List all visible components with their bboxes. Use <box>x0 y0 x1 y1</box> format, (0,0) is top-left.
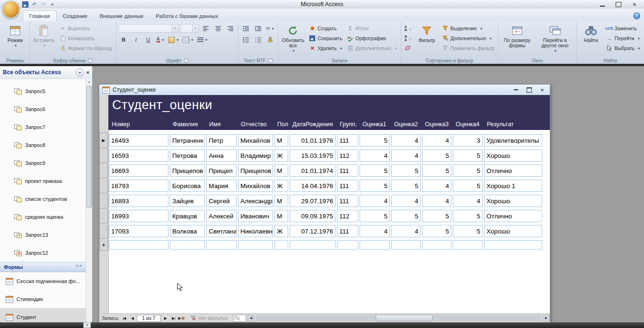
horizontal-scrollbar[interactable] <box>256 315 541 321</box>
record-position[interactable]: 1 из 7 <box>137 315 160 322</box>
save-record-button[interactable]: Сохранить <box>308 34 344 43</box>
table-cell[interactable]: 4 <box>422 134 451 147</box>
table-cell[interactable]: 3 <box>453 134 483 147</box>
bullets-button[interactable] <box>240 35 251 44</box>
form-window-titlebar[interactable]: Студент_оценки ✕ <box>99 85 550 95</box>
sidebar-item-form[interactable]: Сессия подчиненная фо... <box>0 272 86 290</box>
table-cell[interactable]: 5 <box>453 149 483 162</box>
table-cell[interactable]: Мария <box>206 180 237 192</box>
table-cell[interactable]: Петр <box>206 134 237 147</box>
table-cell[interactable]: 5 <box>422 210 451 222</box>
table-cell[interactable]: 5 <box>453 225 483 237</box>
nav-pane-menu-icon[interactable]: ▼ <box>76 69 84 77</box>
cut-button[interactable]: ✂ Вырезать <box>58 24 114 33</box>
next-record-button[interactable]: ▶ <box>162 315 168 321</box>
table-cell[interactable]: Прищеп <box>206 164 237 177</box>
sidebar-item-query[interactable]: Запрос5 <box>0 82 86 100</box>
table-cell[interactable]: 5 <box>422 149 451 162</box>
table-cell[interactable]: Михайлов <box>238 134 273 147</box>
table-cell[interactable]: 09.09.1975 <box>290 210 335 222</box>
column-header[interactable]: Отчество <box>238 121 273 128</box>
table-cell[interactable]: 17093 <box>109 225 168 237</box>
sidebar-item-form[interactable]: Стипендия <box>0 290 86 308</box>
copy-button[interactable]: Копировать <box>58 34 114 43</box>
table-cell[interactable]: 112 <box>337 149 358 162</box>
find-button[interactable]: Найти <box>579 23 603 43</box>
filter-indicator[interactable]: Нет фильтра <box>191 315 228 321</box>
sidebar-item-query[interactable]: Запрос8 <box>0 136 86 154</box>
search-input[interactable]: Пс <box>233 315 246 322</box>
table-cell[interactable]: Ж <box>274 149 288 162</box>
size-to-fit-button[interactable]: По размеру формы <box>500 23 534 49</box>
table-cell[interactable]: Хорошо <box>484 195 542 207</box>
form-close-button[interactable]: ✕ <box>538 86 547 94</box>
table-cell[interactable]: 29.07.1976 <box>290 195 335 207</box>
table-cell[interactable] <box>238 240 273 250</box>
table-cell[interactable]: Волкова <box>170 225 205 237</box>
table-cell[interactable] <box>391 240 421 250</box>
table-cell[interactable]: Удовлетворителы <box>484 134 542 147</box>
table-cell[interactable]: 5 <box>391 180 421 192</box>
table-cell[interactable] <box>290 240 335 250</box>
column-header[interactable]: Оценка4 <box>453 121 483 128</box>
table-cell[interactable]: 16893 <box>109 195 168 207</box>
table-cell[interactable]: 4 <box>453 195 483 207</box>
table-cell[interactable]: 14.04.1976 <box>290 180 335 192</box>
table-cell[interactable]: 4 <box>391 134 421 147</box>
decrease-indent-button[interactable] <box>240 24 251 33</box>
table-cell[interactable]: Отлично <box>484 210 542 222</box>
table-cell[interactable]: М <box>274 164 288 177</box>
table-cell[interactable]: Зайцев <box>170 195 205 207</box>
table-cell[interactable] <box>206 240 237 250</box>
spelling-button[interactable]: ab Орфография <box>345 34 399 43</box>
table-cell[interactable]: 16593 <box>109 149 168 162</box>
table-cell[interactable]: 5 <box>453 180 483 192</box>
column-header[interactable]: Оценка3 <box>423 121 452 128</box>
table-cell[interactable]: 5 <box>391 164 421 177</box>
previous-record-button[interactable]: ◀ <box>129 315 135 321</box>
totals-button[interactable]: Σ Итоги <box>345 24 399 33</box>
font-size-combo[interactable]: ▼ <box>180 24 199 33</box>
qat-customize-icon[interactable]: ▼ <box>49 1 56 8</box>
table-cell[interactable]: 111 <box>337 225 358 237</box>
table-cell[interactable] <box>422 240 451 250</box>
minimize-button[interactable] <box>597 1 608 8</box>
dialog-launcher-icon[interactable] <box>88 59 92 63</box>
tab-home[interactable]: Главная <box>23 10 57 21</box>
numbering-button[interactable]: 12 <box>253 35 264 44</box>
table-cell[interactable]: 5 <box>422 225 451 237</box>
row-selector[interactable] <box>99 178 108 193</box>
scroll-up-icon[interactable]: ▲ <box>86 78 92 85</box>
font-name-combo[interactable]: ▼ <box>118 24 179 33</box>
scrollbar-thumb[interactable] <box>87 86 92 207</box>
sidebar-item-form[interactable]: Студент <box>0 308 86 322</box>
sidebar-item-query[interactable]: Запрос9 <box>0 154 86 172</box>
table-cell[interactable]: 5 <box>422 164 451 177</box>
delete-record-button[interactable]: ✕ Удалить ▼ <box>308 44 344 52</box>
maximize-button[interactable] <box>613 1 624 8</box>
collapse-pane-icon[interactable]: « <box>86 69 89 76</box>
table-cell[interactable]: 4 <box>422 180 451 192</box>
table-cell[interactable]: Прищепов <box>238 164 273 177</box>
table-cell[interactable]: М <box>274 134 288 147</box>
table-cell[interactable]: 5 <box>360 134 390 147</box>
table-cell[interactable]: Алексей <box>206 210 237 222</box>
fill-color-button[interactable]: ▼ <box>168 35 180 44</box>
paste-button[interactable]: Вставить ▼ <box>32 23 57 49</box>
new-record-button[interactable]: ✱ Создать <box>308 24 344 33</box>
table-cell[interactable]: М <box>274 210 288 222</box>
table-cell[interactable]: 4 <box>360 225 390 237</box>
goto-button[interactable]: → Перейти ▼ <box>605 34 642 43</box>
alternate-fill-button[interactable]: ▼ <box>196 35 209 44</box>
sidebar-item-query[interactable]: Запрос13 <box>0 226 86 244</box>
sidebar-item-query[interactable]: список студентов <box>0 190 86 208</box>
table-cell[interactable]: 111 <box>337 180 358 192</box>
gridlines-button[interactable]: ▼ <box>182 35 195 44</box>
table-cell[interactable]: Петрова <box>170 149 205 162</box>
toggle-filter-button[interactable]: Применить фильтр <box>441 44 496 52</box>
table-cell[interactable]: 16793 <box>109 180 168 192</box>
navigation-pane-header[interactable]: Все объекты Access ▼ « <box>0 66 92 79</box>
table-cell[interactable]: 16993 <box>109 210 168 222</box>
advanced-filter-button[interactable]: Дополнительно ▼ <box>441 34 496 43</box>
sort-descending-button[interactable]: ЯА↓ <box>403 34 413 43</box>
